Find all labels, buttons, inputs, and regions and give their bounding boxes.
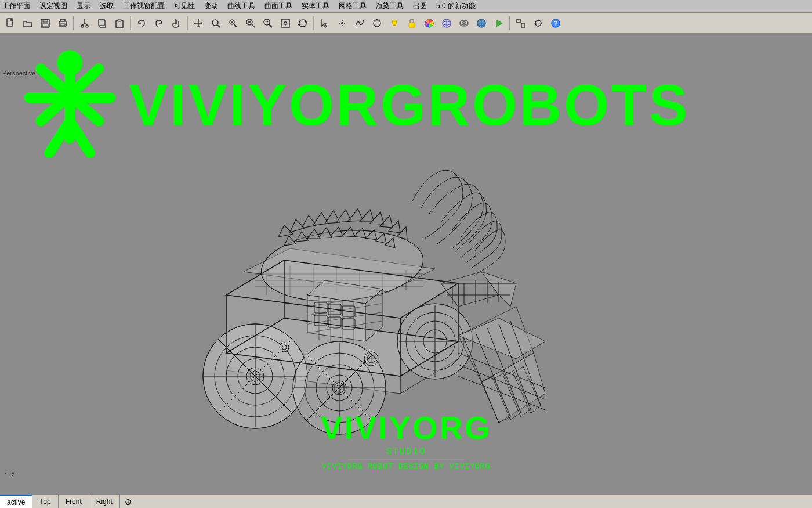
zoom-window[interactable] [225, 15, 241, 31]
torus-tool[interactable] [456, 15, 472, 31]
zoom-in[interactable] [242, 15, 259, 31]
sphere-tool[interactable] [438, 15, 455, 31]
tab-front[interactable]: Front [59, 495, 89, 508]
bottom-logo: VIVIYORG STUDIO VIVIYORG ROBOT DESIGN BY… [321, 412, 492, 471]
svg-point-7 [86, 25, 88, 27]
new-button[interactable] [2, 15, 19, 31]
paste-button[interactable] [111, 15, 128, 31]
point-tool[interactable] [334, 15, 350, 31]
bottom-logo-sub: STUDIO [321, 446, 492, 457]
bottom-tagline: VIVIYORG ROBOT DESIGN BY VIVIYORG [321, 462, 492, 471]
axis-indicator: - y [3, 469, 15, 477]
menu-setview[interactable]: 设定视图 [39, 1, 67, 11]
lock-tool[interactable] [404, 15, 420, 31]
snap-tool[interactable] [513, 15, 529, 31]
tab-add-button[interactable]: ⊕ [120, 495, 136, 508]
menu-visible[interactable]: 可见性 [174, 1, 195, 11]
status-bar: active Top Front Right ⊕ [0, 494, 812, 508]
move-tool[interactable] [190, 15, 206, 31]
svg-point-59 [538, 19, 539, 21]
zoom-dynamic[interactable] [260, 15, 276, 31]
tab-top[interactable]: Top [32, 495, 58, 508]
svg-point-6 [81, 25, 84, 27]
svg-rect-5 [60, 24, 65, 26]
curve-tool[interactable] [351, 15, 368, 31]
svg-rect-3 [42, 24, 48, 27]
menu-workplane[interactable]: 工作平面 [2, 1, 30, 11]
menu-transform[interactable]: 变动 [204, 1, 218, 11]
svg-line-41 [391, 19, 392, 20]
menu-surface-tools[interactable]: 曲面工具 [264, 1, 292, 11]
svg-rect-55 [517, 19, 520, 23]
select-tool[interactable] [317, 15, 333, 31]
svg-marker-144 [284, 236, 296, 246]
separator-3 [187, 16, 188, 30]
svg-line-20 [234, 24, 237, 27]
svg-marker-138 [348, 209, 363, 221]
render-tool[interactable] [491, 15, 507, 31]
separator-2 [130, 16, 131, 30]
svg-marker-139 [360, 210, 374, 222]
svg-point-37 [392, 20, 397, 24]
svg-point-27 [264, 19, 270, 25]
menu-solid-tools[interactable]: 实体工具 [302, 1, 329, 11]
zoom-extents2[interactable] [277, 15, 293, 31]
svg-marker-145 [296, 232, 308, 242]
svg-point-49 [462, 21, 466, 23]
menu-new-features[interactable]: 5.0 的新功能 [436, 1, 476, 11]
svg-point-62 [535, 22, 536, 24]
svg-line-24 [252, 24, 255, 27]
separator-4 [313, 16, 314, 30]
undo-button[interactable] [133, 15, 150, 31]
color-wheel[interactable] [421, 15, 437, 31]
menu-select[interactable]: 选取 [100, 1, 114, 11]
menu-display[interactable]: 显示 [77, 1, 90, 11]
tab-active[interactable]: active [0, 495, 32, 508]
hand-tool[interactable] [168, 15, 184, 31]
svg-rect-42 [409, 23, 415, 27]
svg-marker-133 [290, 219, 304, 232]
menu-output[interactable]: 出图 [413, 1, 427, 11]
menu-render-tools[interactable]: 渲染工具 [376, 1, 404, 11]
main-viewport[interactable]: Perspective ▼ [0, 34, 812, 494]
svg-point-61 [538, 25, 539, 27]
circle-tool[interactable] [369, 15, 385, 31]
help-button[interactable]: ? [548, 15, 564, 31]
tab-right[interactable]: Right [89, 495, 120, 508]
title-bar: 工作平面 设定视图 显示 选取 工作视窗配置 可见性 变动 曲线工具 曲面工具 … [0, 0, 812, 13]
svg-line-18 [217, 25, 220, 27]
rotate-view[interactable] [295, 15, 311, 31]
main-toolbar: ? [0, 13, 812, 34]
copy-button[interactable] [94, 15, 110, 31]
svg-point-36 [376, 19, 378, 20]
svg-rect-12 [99, 19, 104, 26]
svg-rect-38 [393, 24, 396, 26]
menu-viewport-config[interactable]: 工作视窗配置 [123, 1, 165, 11]
separator-1 [73, 16, 74, 30]
menu-curve-tools[interactable]: 曲线工具 [227, 1, 255, 11]
open-button[interactable] [20, 15, 36, 31]
svg-marker-54 [496, 19, 503, 27]
svg-line-9 [85, 23, 87, 25]
globe-tool[interactable] [473, 15, 490, 31]
redo-button[interactable] [151, 15, 167, 31]
svg-text:?: ? [554, 20, 558, 27]
svg-rect-0 [7, 19, 13, 26]
object-snap[interactable] [530, 15, 546, 31]
menu-mesh-tools[interactable]: 网格工具 [339, 1, 367, 11]
separator-5 [509, 16, 510, 30]
svg-point-17 [212, 20, 218, 26]
zoom-extents[interactable] [208, 15, 224, 31]
svg-rect-14 [118, 19, 121, 21]
svg-rect-56 [521, 24, 525, 27]
print-button[interactable] [55, 15, 71, 31]
cut-button[interactable] [77, 15, 93, 31]
logo-symbol [17, 45, 122, 164]
light-tool[interactable] [386, 15, 403, 31]
svg-line-28 [269, 24, 272, 27]
svg-line-8 [82, 23, 85, 25]
svg-point-30 [341, 22, 343, 24]
svg-point-60 [541, 22, 542, 24]
save-button[interactable] [37, 15, 53, 31]
svg-rect-29 [281, 19, 289, 27]
